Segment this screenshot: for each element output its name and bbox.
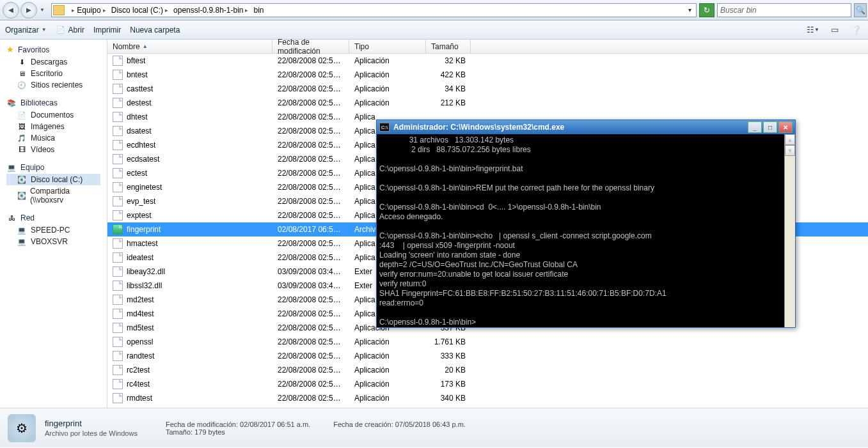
navigation-sidebar: ★Favoritos ⬇Descargas 🖥Escritorio 🕘Sitio… xyxy=(0,40,107,408)
details-mod-value: 02/08/2017 06:51 a.m. xyxy=(240,421,310,428)
file-size: 1.761 KB xyxy=(426,337,471,346)
file-name: enginetest xyxy=(127,183,162,192)
view-options-button[interactable]: ☷▼ xyxy=(807,24,819,36)
file-icon xyxy=(113,266,123,277)
folder-icon xyxy=(53,5,65,15)
breadcrumb-openssl[interactable]: openssl-0.9.8h-1-bin▸ xyxy=(171,4,251,17)
print-button[interactable]: Imprimir xyxy=(93,26,121,35)
file-date: 22/08/2008 02:52 p... xyxy=(272,394,349,403)
open-button[interactable]: 📄Abrir xyxy=(56,26,84,35)
organize-menu[interactable]: Organizar▼ xyxy=(5,26,47,35)
breadcrumb-equipo[interactable]: ▸ Equipo▸ xyxy=(67,4,109,17)
file-row[interactable]: rc2test22/08/2008 02:52 p...Aplicación20… xyxy=(107,363,868,377)
details-size-value: 179 bytes xyxy=(194,428,225,436)
address-bar[interactable]: ▸ Equipo▸ Disco local (C:)▸ openssl-0.9.… xyxy=(51,3,697,17)
file-date: 22/08/2008 02:52 p... xyxy=(272,84,349,93)
search-input[interactable]: Buscar bin xyxy=(717,3,851,17)
file-name: ectest xyxy=(127,169,147,178)
sidebar-item-desktop[interactable]: 🖥Escritorio xyxy=(6,68,100,79)
file-name: hmactest xyxy=(127,239,158,248)
file-date: 03/09/2008 03:49 p... xyxy=(272,281,349,290)
file-row[interactable]: bftest22/08/2008 02:52 p...Aplicación32 … xyxy=(107,54,868,68)
videos-icon: 🎞 xyxy=(17,145,27,154)
file-date: 22/08/2008 02:52 p... xyxy=(272,141,349,150)
new-folder-button[interactable]: Nueva carpeta xyxy=(130,26,180,35)
sidebar-item-documents[interactable]: 📄Documentos xyxy=(6,109,100,121)
file-icon xyxy=(113,379,123,389)
file-type: Aplicación xyxy=(349,70,426,79)
disk-icon: 💽 xyxy=(17,175,27,184)
file-icon xyxy=(113,154,123,164)
recent-icon: 🕘 xyxy=(17,81,27,89)
cmd-titlebar[interactable]: C:\ Administrador: C:\Windows\system32\c… xyxy=(377,120,795,134)
cmd-window[interactable]: C:\ Administrador: C:\Windows\system32\c… xyxy=(376,120,796,328)
preview-pane-button[interactable]: ▭ xyxy=(828,24,841,36)
sidebar-item-pictures[interactable]: 🖼Imágenes xyxy=(6,121,100,132)
sidebar-item-vboxsvr[interactable]: 💻VBOXSVR xyxy=(6,236,100,247)
cmd-scrollbar[interactable]: ▲▼ xyxy=(784,134,795,327)
file-name: bntest xyxy=(127,70,148,79)
file-name: dsatest xyxy=(127,127,152,135)
column-type[interactable]: Tipo xyxy=(349,40,426,53)
column-name[interactable]: Nombre▲ xyxy=(107,40,272,53)
file-name: fingerprint xyxy=(127,225,161,234)
file-name: rmdtest xyxy=(127,394,152,403)
scroll-up-icon[interactable]: ▲ xyxy=(785,134,795,145)
file-name: ecdsatest xyxy=(127,155,159,164)
file-row[interactable]: destest22/08/2008 02:52 p...Aplicación21… xyxy=(107,96,868,110)
nav-back-button[interactable]: ◄ xyxy=(3,2,19,19)
sidebar-item-speedpc[interactable]: 💻SPEED-PC xyxy=(6,224,100,236)
file-row[interactable]: bntest22/08/2008 02:52 p...Aplicación422… xyxy=(107,68,868,82)
nav-forward-button[interactable]: ► xyxy=(20,2,37,19)
sidebar-item-music[interactable]: 🎵Música xyxy=(6,132,100,144)
breadcrumb-bin[interactable]: bin xyxy=(251,4,266,17)
cmd-output[interactable]: 31 archivos 13.303.142 bytes 2 dirs 88.7… xyxy=(377,134,795,327)
file-icon xyxy=(113,393,123,403)
details-create-label: Fecha de creación: xyxy=(333,421,393,428)
window-titlebar: ◄ ► ▼ ▸ Equipo▸ Disco local (C:)▸ openss… xyxy=(0,0,868,20)
details-create-value: 07/05/2018 06:43 p.m. xyxy=(395,421,466,428)
cmd-maximize-button[interactable]: □ xyxy=(763,121,777,133)
file-row[interactable]: casttest22/08/2008 02:52 p...Aplicación3… xyxy=(107,82,868,96)
file-date: 22/08/2008 02:52 p... xyxy=(272,380,349,389)
file-size: 173 KB xyxy=(426,380,471,389)
cmd-close-button[interactable]: ✕ xyxy=(778,121,793,133)
file-date: 22/08/2008 02:52 p... xyxy=(272,183,349,192)
sidebar-item-downloads[interactable]: ⬇Descargas xyxy=(6,56,100,68)
file-row[interactable]: openssl22/08/2008 02:53 p...Aplicación1.… xyxy=(107,335,868,349)
breadcrumb-disk[interactable]: Disco local (C:)▸ xyxy=(109,4,171,17)
sidebar-item-shared[interactable]: 💽Compartida (\\vboxsrv xyxy=(6,185,100,206)
file-row[interactable]: randtest22/08/2008 02:52 p...Aplicación3… xyxy=(107,349,868,363)
sidebar-libraries[interactable]: 📚Bibliotecas xyxy=(6,98,100,107)
sidebar-item-videos[interactable]: 🎞Vídeos xyxy=(6,144,100,155)
file-size: 422 KB xyxy=(426,70,471,79)
nav-history-dropdown[interactable]: ▼ xyxy=(38,2,46,19)
file-row[interactable]: rmdtest22/08/2008 02:52 p...Aplicación34… xyxy=(107,391,868,405)
music-icon: 🎵 xyxy=(17,134,27,143)
help-button[interactable]: ❔ xyxy=(850,24,863,36)
details-file-icon: ⚙ xyxy=(8,414,36,442)
details-mod-label: Fecha de modificación: xyxy=(166,421,238,428)
file-name: bftest xyxy=(127,56,145,65)
file-row[interactable]: rc4test22/08/2008 02:52 p...Aplicación17… xyxy=(107,377,868,391)
file-type: Aplicación xyxy=(349,380,426,389)
cmd-minimize-button[interactable]: _ xyxy=(748,121,762,133)
column-date[interactable]: Fecha de modificación xyxy=(272,40,349,53)
sidebar-item-recent[interactable]: 🕘Sitios recientes xyxy=(6,79,100,91)
documents-icon: 📄 xyxy=(17,111,27,120)
sidebar-network[interactable]: 🖧Red xyxy=(6,213,100,222)
file-icon xyxy=(113,238,123,249)
search-icon[interactable]: 🔍 xyxy=(854,3,867,17)
address-dropdown[interactable]: ▾ xyxy=(684,6,695,13)
file-name: randtest xyxy=(127,351,154,360)
column-size[interactable]: Tamaño xyxy=(426,40,471,53)
file-type: Aplicación xyxy=(349,337,426,346)
file-date: 22/08/2008 02:52 p... xyxy=(272,70,349,79)
sidebar-computer[interactable]: 💻Equipo xyxy=(6,163,100,172)
scroll-down-icon[interactable]: ▼ xyxy=(785,145,795,156)
sidebar-favorites[interactable]: ★Favoritos xyxy=(6,45,100,54)
pc-icon: 💻 xyxy=(17,226,27,235)
file-icon xyxy=(113,168,123,178)
refresh-button[interactable]: ↻ xyxy=(699,3,714,17)
sidebar-item-localdisk[interactable]: 💽Disco local (C:) xyxy=(6,174,100,185)
